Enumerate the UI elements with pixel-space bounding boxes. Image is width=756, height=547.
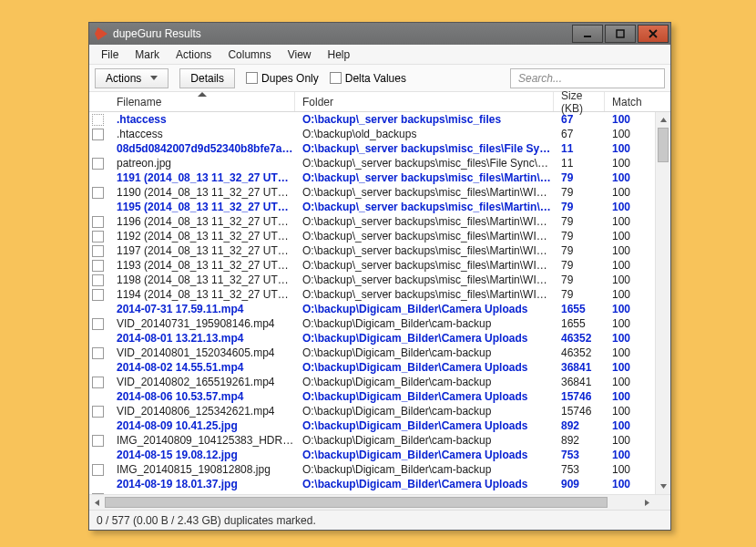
table-row[interactable]: 1193 (2014_08_13 11_32_27 UTC).001O:\bac… bbox=[89, 258, 655, 273]
mark-checkbox[interactable] bbox=[91, 187, 109, 199]
delta-values-checkbox[interactable]: Delta Values bbox=[330, 72, 406, 85]
mark-checkbox[interactable] bbox=[91, 347, 109, 359]
mark-checkbox[interactable] bbox=[91, 231, 109, 243]
cell-filename: 1192 (2014_08_13 11_32_27 UTC).001 bbox=[109, 229, 295, 243]
cell-match: 100 bbox=[605, 200, 643, 214]
table-row[interactable]: 08d5d0842007d9d52340b8bfe7a02...O:\backu… bbox=[89, 141, 655, 156]
mark-checkbox[interactable] bbox=[91, 216, 109, 228]
table-row[interactable]: 1195 (2014_08_13 11_32_27 UTC).001O:\bac… bbox=[89, 200, 655, 214]
cell-filename: 1191 (2014_08_13 11_32_27 UTC).001 bbox=[109, 170, 295, 185]
col-size[interactable]: Size (KB) bbox=[554, 92, 605, 111]
scrollbar-track[interactable] bbox=[656, 128, 670, 479]
checkbox-icon bbox=[92, 187, 104, 199]
checkbox-icon bbox=[92, 231, 104, 243]
cell-size: 79 bbox=[554, 200, 605, 214]
search-input[interactable] bbox=[516, 69, 659, 88]
mark-checkbox[interactable] bbox=[91, 377, 109, 388]
mark-checkbox[interactable] bbox=[91, 274, 109, 286]
table-row[interactable]: 2014-08-01 13.21.13.mp4O:\backup\Digicam… bbox=[89, 331, 655, 346]
actions-dropdown-button[interactable]: Actions bbox=[95, 68, 169, 88]
mark-checkbox[interactable] bbox=[91, 158, 109, 170]
table-row[interactable]: 2014-08-06 10.53.57.mp4O:\backup\Digicam… bbox=[89, 389, 655, 404]
table-row[interactable]: VID_20140731_195908146.mp4O:\backup\Digi… bbox=[89, 316, 655, 331]
table-row[interactable]: 2014-08-15 19.08.12.jpgO:\backup\Digicam… bbox=[89, 448, 655, 462]
menu-actions[interactable]: Actions bbox=[168, 46, 220, 63]
scroll-right-icon[interactable] bbox=[639, 495, 655, 510]
titlebar[interactable]: dupeGuru Results bbox=[89, 23, 670, 45]
cell-filename: 1195 (2014_08_13 11_32_27 UTC).001 bbox=[109, 200, 295, 214]
checkbox-icon bbox=[92, 260, 104, 272]
table-row[interactable]: 2014-08-19 18.01.37.jpgO:\backup\Digicam… bbox=[89, 477, 655, 491]
menu-help[interactable]: Help bbox=[320, 46, 359, 63]
table-row[interactable]: 1190 (2014_08_13 11_32_27 UTC).001O:\bac… bbox=[89, 185, 655, 200]
table-row[interactable]: VID_20140802_165519261.mp4O:\backup\Digi… bbox=[89, 375, 655, 389]
cell-match: 100 bbox=[605, 448, 643, 462]
checkbox-icon bbox=[246, 72, 258, 84]
search-field[interactable] bbox=[510, 68, 665, 88]
cell-folder: O:\backup\_server backups\misc_files\Mar… bbox=[295, 287, 554, 302]
checkbox-icon bbox=[92, 129, 104, 140]
menu-view[interactable]: View bbox=[280, 46, 320, 63]
table-row[interactable]: 1197 (2014_08_13 11_32_27 UTC).001O:\bac… bbox=[89, 243, 655, 258]
table-row[interactable]: patreon.jpgO:\backup\_server backups\mis… bbox=[89, 156, 655, 170]
minimize-button[interactable] bbox=[572, 25, 603, 43]
close-button[interactable] bbox=[638, 25, 669, 43]
vertical-scrollbar[interactable] bbox=[655, 112, 670, 494]
mark-checkbox[interactable] bbox=[91, 129, 109, 140]
menubar: File Mark Actions Columns View Help bbox=[89, 45, 670, 65]
table-row[interactable]: IMG_20140809_104125383_HDR.jpgO:\backup\… bbox=[89, 433, 655, 448]
cell-folder: O:\backup\_server backups\misc_files\Mar… bbox=[295, 273, 554, 287]
scroll-up-icon[interactable] bbox=[656, 112, 670, 128]
table-row[interactable]: 1192 (2014_08_13 11_32_27 UTC).001O:\bac… bbox=[89, 229, 655, 243]
maximize-button[interactable] bbox=[605, 25, 636, 43]
mark-checkbox[interactable] bbox=[91, 435, 109, 447]
cell-match: 100 bbox=[605, 346, 643, 360]
mark-checkbox[interactable] bbox=[91, 318, 109, 330]
scrollbar-thumb[interactable] bbox=[105, 497, 608, 508]
col-match[interactable]: Match bbox=[605, 92, 643, 111]
table-body[interactable]: .htaccessO:\backup\_server backups\misc_… bbox=[89, 112, 655, 494]
scroll-left-icon[interactable] bbox=[89, 495, 105, 510]
col-filename[interactable]: Filename bbox=[109, 92, 295, 111]
mark-checkbox[interactable] bbox=[91, 406, 109, 418]
cell-match: 100 bbox=[605, 170, 643, 185]
scrollbar-thumb[interactable] bbox=[658, 128, 669, 162]
col-folder[interactable]: Folder bbox=[295, 92, 554, 111]
mark-checkbox[interactable] bbox=[91, 289, 109, 301]
actions-dropdown-label: Actions bbox=[106, 72, 141, 85]
cell-size: 67 bbox=[554, 127, 605, 141]
checkbox-icon bbox=[330, 72, 342, 84]
table-row[interactable]: 1198 (2014_08_13 11_32_27 UTC).001O:\bac… bbox=[89, 273, 655, 287]
cell-size: 79 bbox=[554, 287, 605, 302]
dupes-only-checkbox[interactable]: Dupes Only bbox=[246, 72, 319, 85]
table-row[interactable]: 2014-07-31 17.59.11.mp4O:\backup\Digicam… bbox=[89, 302, 655, 316]
mark-checkbox[interactable] bbox=[91, 260, 109, 272]
table-row[interactable]: 2014-08-09 10.41.25.jpgO:\backup\Digicam… bbox=[89, 418, 655, 433]
cell-match: 100 bbox=[605, 433, 643, 448]
menu-columns[interactable]: Columns bbox=[220, 46, 279, 63]
table-row[interactable]: 1196 (2014_08_13 11_32_27 UTC).001O:\bac… bbox=[89, 214, 655, 229]
scroll-down-icon[interactable] bbox=[656, 479, 670, 494]
cell-filename: VID_20140801_152034605.mp4 bbox=[109, 346, 295, 360]
cell-match: 100 bbox=[605, 418, 643, 433]
table-row[interactable]: VID_20140806_125342621.mp4O:\backup\Digi… bbox=[89, 404, 655, 418]
mark-checkbox[interactable] bbox=[91, 245, 109, 257]
mark-checkbox[interactable] bbox=[91, 464, 109, 476]
table-row[interactable]: 2014-08-02 14.55.51.mp4O:\backup\Digicam… bbox=[89, 360, 655, 375]
table-row[interactable]: 1191 (2014_08_13 11_32_27 UTC).001O:\bac… bbox=[89, 170, 655, 185]
horizontal-scrollbar[interactable] bbox=[89, 494, 670, 510]
details-button[interactable]: Details bbox=[179, 68, 235, 88]
cell-match: 100 bbox=[605, 287, 643, 302]
cell-size: 892 bbox=[554, 433, 605, 448]
mark-checkbox[interactable] bbox=[91, 114, 109, 126]
table-row[interactable]: VID_20140801_152034605.mp4O:\backup\Digi… bbox=[89, 346, 655, 360]
cell-match: 100 bbox=[605, 141, 643, 156]
cell-folder: O:\backup\old_backups bbox=[295, 127, 554, 141]
menu-mark[interactable]: Mark bbox=[127, 46, 168, 63]
table-row[interactable]: 1194 (2014_08_13 11_32_27 UTC).001O:\bac… bbox=[89, 287, 655, 302]
menu-file[interactable]: File bbox=[93, 46, 127, 63]
svg-rect-0 bbox=[584, 36, 591, 37]
table-row[interactable]: .htaccessO:\backup\old_backups67100 bbox=[89, 127, 655, 141]
table-row[interactable]: IMG_20140815_190812808.jpgO:\backup\Digi… bbox=[89, 462, 655, 477]
scrollbar-track[interactable] bbox=[105, 495, 639, 510]
